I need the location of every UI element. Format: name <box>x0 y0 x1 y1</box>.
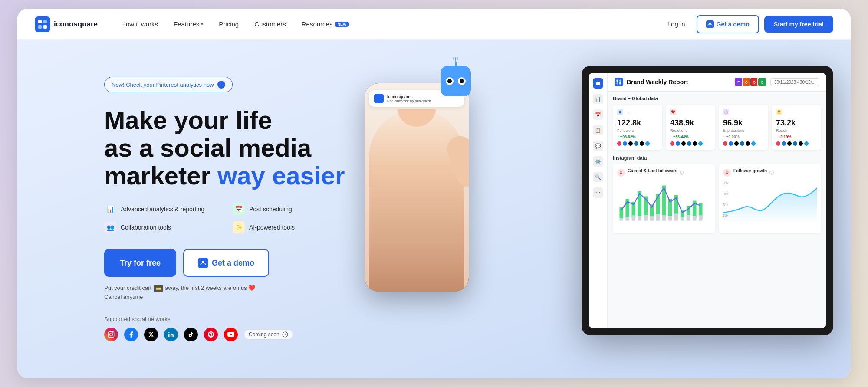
tablet-screen: 📊 📅 📋 💬 ⚙️ 🔍 ⋯ <box>589 73 826 328</box>
get-demo-nav-button[interactable]: Get a demo <box>697 15 759 33</box>
tiktok-icon[interactable] <box>184 328 198 341</box>
report-avatars: P Q Q Q <box>734 77 767 87</box>
phone-logo <box>374 94 384 103</box>
tablet-sidebar: 📊 📅 📋 💬 ⚙️ 🔍 ⋯ <box>589 73 608 328</box>
hero-note: Put your credit cart 💳 away, the first 2… <box>104 284 347 302</box>
svg-rect-36 <box>625 217 629 221</box>
svg-text:30k: 30k <box>723 214 729 218</box>
sidebar-home[interactable] <box>593 78 603 89</box>
try-free-button[interactable]: Try for free <box>104 249 176 277</box>
nav-links: How it works Features ▾ Pricing Customer… <box>115 17 661 31</box>
nav-how-it-works[interactable]: How it works <box>115 17 164 31</box>
pinterest-icon[interactable] <box>204 328 218 341</box>
chart-followers-gained-lost: Gained & Lost followers <box>613 164 715 233</box>
chart2-info-icon <box>769 171 774 175</box>
ai-label: AI-powered tools <box>249 224 295 231</box>
svg-rect-37 <box>631 215 635 221</box>
svg-rect-45 <box>681 217 684 221</box>
resources-badge: NEW <box>335 22 349 27</box>
fb-dot-re <box>782 141 786 146</box>
logo-icon <box>35 16 50 32</box>
reactions-icon <box>670 109 676 115</box>
li-dot-re <box>793 141 797 146</box>
nav-customers[interactable]: Customers <box>248 17 292 31</box>
hero-features: 📊 Advanced analytics & reporting 📅 Post … <box>104 203 347 233</box>
svg-rect-2 <box>43 20 47 23</box>
followers-label: Followers <box>617 128 658 133</box>
svg-rect-7 <box>108 331 114 337</box>
robot-right-pupil <box>460 79 464 83</box>
svg-point-19 <box>620 171 621 172</box>
social-label: Supported social networks <box>104 316 347 322</box>
x-dot <box>628 141 633 146</box>
nav-features[interactable]: Features ▾ <box>168 17 209 31</box>
sidebar-schedule[interactable]: 📅 <box>593 109 603 120</box>
robot-mascot <box>434 66 477 118</box>
followers-socials <box>617 141 658 146</box>
login-button[interactable]: Log in <box>661 17 691 31</box>
reach-icon <box>776 109 782 115</box>
svg-point-10 <box>168 332 169 333</box>
stat-reactions: 438.9k Reactions ↑ +33.48% <box>666 105 715 150</box>
badge-text: New! Check your Pinterest analytics now <box>112 82 214 88</box>
ig-dot <box>617 141 621 146</box>
svg-rect-47 <box>693 216 697 221</box>
robot-body <box>441 66 471 96</box>
get-demo-hero-button[interactable]: Get a demo <box>183 249 269 277</box>
phone-person-area <box>365 109 469 292</box>
youtube-icon[interactable] <box>224 328 238 341</box>
tt-dot-r <box>693 141 697 146</box>
logo[interactable]: iconosquare <box>35 16 98 32</box>
notification-title: Iconosquare <box>387 95 431 99</box>
analytics-icon: 📊 <box>104 203 116 215</box>
tw-dot-i <box>751 141 756 146</box>
coming-soon-badge: Coming soon <box>244 329 293 340</box>
reach-label: Reach <box>776 128 817 133</box>
sidebar-settings[interactable]: ⚙️ <box>593 156 603 167</box>
chart2-avatar <box>723 169 731 177</box>
stat-followers: — 122.8k Followers ↑ +96.62% <box>613 105 662 150</box>
robot-right-eye <box>458 77 466 85</box>
sidebar-analytics[interactable]: 📊 <box>593 94 603 104</box>
sidebar-reports[interactable]: 📋 <box>593 125 603 135</box>
sidebar-competitors[interactable]: 🔍 <box>593 172 603 182</box>
fb-dot <box>623 141 627 146</box>
avatar-q3: Q <box>757 77 767 87</box>
svg-rect-43 <box>668 216 672 221</box>
reactions-change: ↑ +33.48% <box>670 134 711 139</box>
hero-visuals: Iconosquare Reel successfully published! <box>365 66 833 352</box>
hero-badge[interactable]: New! Check your Pinterest analytics now … <box>104 77 233 92</box>
svg-rect-46 <box>687 215 690 221</box>
heart-icon: ❤️ <box>248 285 255 291</box>
feature-analytics: 📊 Advanced analytics & reporting <box>104 203 219 215</box>
social-icons: Coming soon <box>104 328 347 341</box>
x-dot-re <box>787 141 792 146</box>
x-twitter-icon[interactable] <box>144 328 158 341</box>
start-trial-button[interactable]: Start my free trial <box>764 16 833 33</box>
nav-resources[interactable]: Resources NEW <box>296 17 355 31</box>
svg-point-17 <box>619 111 621 112</box>
nav-pricing[interactable]: Pricing <box>213 17 245 31</box>
chart1-title: Gained & Lost followers <box>628 168 677 173</box>
chart-follower-growth: Follower growth <box>719 164 821 233</box>
svg-rect-31 <box>681 210 684 218</box>
impressions-socials <box>723 141 764 146</box>
impressions-value: 96.9k <box>723 118 764 128</box>
svg-text:33k: 33k <box>723 181 729 186</box>
tt-dot-re <box>799 141 803 146</box>
facebook-icon[interactable] <box>124 328 138 341</box>
x-dot-i <box>734 141 739 146</box>
svg-rect-13 <box>616 79 618 81</box>
chart1-avatar <box>617 169 625 177</box>
li-dot-r <box>687 141 691 146</box>
stat-icon-row-reactions <box>670 109 711 115</box>
tablet-content: Brand – Global data — <box>608 92 826 238</box>
linkedin-icon[interactable] <box>164 328 178 341</box>
scheduling-icon: 📅 <box>233 203 245 215</box>
instagram-icon[interactable] <box>104 328 118 341</box>
sidebar-more[interactable]: ⋯ <box>593 187 603 198</box>
sidebar-mentions[interactable]: 💬 <box>593 141 603 151</box>
tablet-logo-icon <box>615 78 623 86</box>
svg-rect-48 <box>699 215 703 221</box>
followers-icon-label: — <box>625 110 629 114</box>
